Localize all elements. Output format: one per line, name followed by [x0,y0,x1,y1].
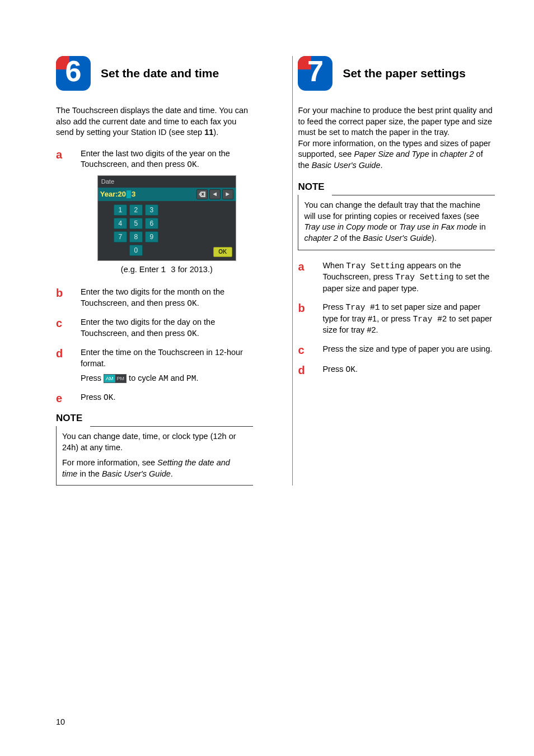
text: . [197,329,199,338]
note-p2: For more information, see Setting the da… [62,458,247,479]
text: in the [77,469,102,478]
screen-year-row: Year:203 ◄ ► [98,188,236,201]
mono-text: PM [186,374,196,383]
nav-buttons: ◄ ► [196,188,236,201]
text: . [197,298,199,307]
ok-text: OK [104,393,113,402]
note-box: You can change the default tray that the… [298,195,495,250]
note-p1: You can change date, time, or clock type… [62,431,247,453]
step-7-header: 7 Set the paper settings [298,56,495,91]
year-suffix: 3 [132,189,135,199]
step-6-intro: The Touchscreen displays the date and ti… [56,105,253,138]
backspace-icon[interactable] [196,189,208,199]
note-block: NOTE You can change the default tray tha… [298,181,495,250]
mono-text: 1 3 [161,265,176,274]
substep-letter: b [298,302,322,336]
key-0[interactable]: 0 [129,245,143,256]
text: Press [322,365,345,374]
pm-label: PM [115,375,127,382]
substep-b: b Press Tray #1 to set paper size and pa… [298,302,495,336]
em-text: Basic User's Guide [363,234,432,242]
text: For more information, see [62,458,157,467]
substep-body: Enter the two digits for the month on th… [81,287,253,309]
text: of the [338,234,363,242]
substep-body: Press Tray #1 to set paper size and pape… [322,302,495,336]
substep-c: c Press the size and type of paper you a… [298,344,495,356]
key-5[interactable]: 5 [129,218,143,229]
mono-text: Tray Setting [346,262,404,270]
substep-letter: e [56,392,81,404]
substep-body: Enter the two digits for the day on the … [81,317,253,339]
note-block: NOTE You can change date, time, or clock… [56,412,253,486]
step-number: 6 [65,52,82,91]
note-title: NOTE [298,181,495,194]
substep-b: b Enter the two digits for the month on … [56,287,253,309]
step-7-badge: 7 [298,56,332,91]
substep-d: d Press OK. [298,364,495,376]
year-label: Year:203 [98,188,196,201]
text: . [380,161,382,170]
substep-letter: b [56,287,81,309]
em-text: Basic User's Guide [102,469,171,478]
text: for 2013.) [176,265,213,274]
key-row: 4 5 6 [114,218,231,229]
d-line1: Enter the time on the Touchscreen in 12-… [81,347,253,369]
text: . [196,374,198,382]
substep-letter: d [56,347,81,384]
key-1[interactable]: 1 [114,204,127,216]
ok-text: OK [346,365,355,374]
mono-text: Tray Setting [395,273,453,282]
text: ). [432,234,437,242]
key-6[interactable]: 6 [145,218,158,229]
key-9[interactable]: 9 [145,231,158,242]
substep-body: Enter the last two digits of the year on… [81,148,253,279]
am-label: AM [104,375,115,382]
text: in [477,222,485,231]
key-row: 7 8 9 [114,231,231,242]
key-4[interactable]: 4 [114,218,127,229]
column-divider [292,56,293,486]
substep-body: Enter the time on the Touchscreen in 12-… [81,347,253,384]
key-2[interactable]: 2 [129,204,143,216]
text: When [322,261,346,270]
ok-text: OK [187,160,196,169]
key-8[interactable]: 8 [129,231,143,242]
substep-body: Press OK. [81,392,253,404]
mono-text: Tray #2 [413,315,447,324]
ok-button[interactable]: OK [213,247,232,257]
screen-title: Date [98,176,236,188]
substep-body: Press the size and type of paper you are… [322,344,495,356]
substep-letter: d [298,364,322,376]
em-text: chapter 2 [304,234,338,242]
step-6-substeps: a Enter the last two digits of the year … [56,148,253,404]
key-3[interactable]: 3 [145,204,158,216]
key-7[interactable]: 7 [114,231,127,242]
text: in [429,150,440,158]
text: . [355,365,358,374]
text: Enter the two digits for the month on th… [81,287,224,307]
d-line2: Press AMPM to cycle AM and PM. [81,373,253,385]
ok-text: OK [187,299,196,308]
text: . [197,160,199,169]
substep-a: a When Tray Setting appears on the Touch… [298,260,495,295]
em-text: Tray use in Fax mode [399,222,477,231]
text: Press [322,302,345,311]
prev-icon[interactable]: ◄ [209,189,221,199]
step-6-title: Set the date and time [101,66,219,81]
text: You can change the default tray that the… [304,200,480,221]
text: Press [81,393,104,402]
next-icon[interactable]: ► [222,189,233,199]
substep-c: c Enter the two digits for the day on th… [56,317,253,339]
step-6-badge: 6 [56,56,91,91]
text: and [168,374,186,382]
left-column: 6 Set the date and time The Touchscreen … [56,56,253,486]
substep-a: a Enter the last two digits of the year … [56,148,253,279]
text: . [114,393,116,402]
text: Enter the last two digits of the year on… [81,149,230,169]
mono-text: Tray #1 [346,303,380,312]
touchscreen: Date Year:203 ◄ ► [97,175,236,261]
em-text: Tray use in Copy mode [304,222,387,231]
cursor [127,190,131,198]
substep-body: When Tray Setting appears on the Touchsc… [322,260,495,295]
step-7-substeps: a When Tray Setting appears on the Touch… [298,260,495,376]
